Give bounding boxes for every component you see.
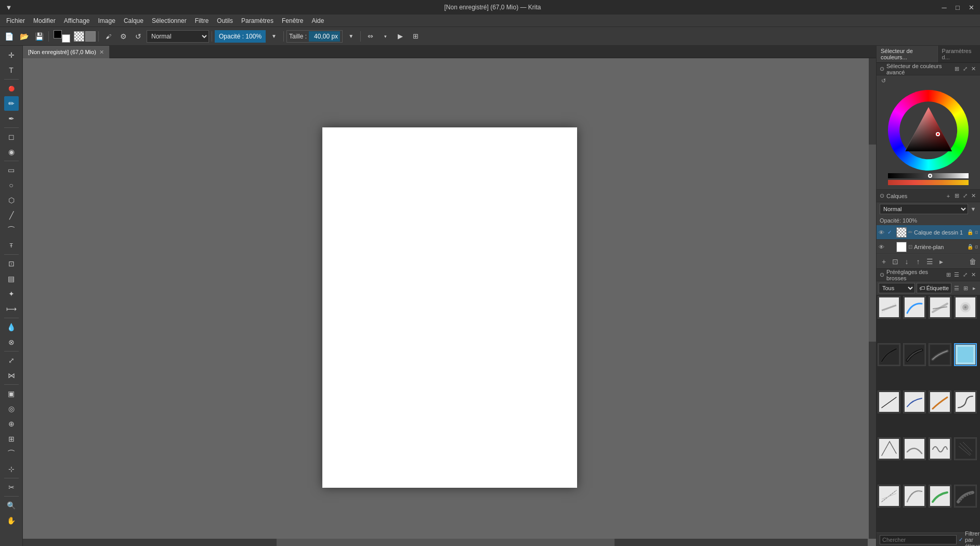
save-file-btn[interactable]: 💾	[32, 30, 46, 43]
brush-item-5[interactable]	[878, 343, 900, 366]
layer-check-icon[interactable]: ✓	[887, 229, 895, 235]
tool-select-ellipse[interactable]: ◎	[4, 401, 19, 416]
brush-item-16[interactable]	[954, 437, 977, 460]
menu-parametres[interactable]: Paramètres	[237, 16, 278, 25]
hue-gradient-bar[interactable]	[888, 180, 969, 185]
brush-item-11[interactable]	[929, 391, 951, 413]
canvas-drawing-area[interactable]	[322, 127, 577, 488]
layer-row-drawing[interactable]: 👁 ✓ ✏ Calque de dessin 1 🔒 α	[877, 225, 980, 240]
tool-select-path[interactable]: ⊹	[4, 462, 19, 476]
menu-filtre[interactable]: Filtre	[191, 16, 213, 25]
layers-blend-mode-select[interactable]: Normal	[880, 204, 968, 214]
brushes-search-input[interactable]	[880, 535, 957, 544]
close-btn[interactable]: ✕	[966, 3, 976, 12]
tool-select-bezier[interactable]: ⁀	[4, 447, 19, 461]
maximize-btn[interactable]: □	[953, 3, 962, 12]
brush-item-6[interactable]	[903, 343, 926, 366]
v-scrollbar[interactable]	[869, 46, 876, 539]
tool-heal[interactable]: ◉	[4, 145, 19, 159]
brush-item-12[interactable]	[954, 391, 977, 413]
menu-affichage[interactable]: Affichage	[60, 16, 94, 25]
tool-deform[interactable]: ⋈	[4, 368, 19, 383]
tool-text2[interactable]: Ŧ	[4, 238, 19, 253]
tab-color-picker[interactable]: Sélecteur de couleurs...	[877, 46, 938, 62]
tool-text[interactable]: T	[4, 63, 19, 77]
layer-eye-icon-bg[interactable]: 👁	[879, 244, 886, 250]
tool-transform[interactable]: ⤢	[4, 353, 19, 368]
brushes-close-btn[interactable]: ✕	[970, 271, 977, 279]
brush-item-7[interactable]	[929, 343, 951, 366]
size-input[interactable]	[309, 31, 340, 42]
brush-item-10[interactable]	[903, 391, 926, 413]
brushes-label-btn[interactable]: 🏷 Étiquette	[917, 283, 951, 293]
brushes-more-btn[interactable]: ▸	[971, 284, 978, 292]
solid-swatch[interactable]	[85, 31, 96, 42]
layers-float-btn[interactable]: ⤢	[961, 192, 969, 200]
tool-zoom[interactable]: 🔍	[4, 498, 19, 513]
opacity-down-btn[interactable]: ▼	[267, 30, 281, 43]
menu-fichier[interactable]: Fichier	[2, 16, 29, 25]
brush-item-9[interactable]	[878, 391, 900, 413]
menu-modifier[interactable]: Modifier	[29, 16, 60, 25]
brush-mode-dropdown[interactable]: Normal Multiplier Écran	[147, 30, 209, 43]
tool-select-color-range[interactable]: ⊞	[4, 432, 19, 446]
brushes-view-btn[interactable]: ☰	[953, 271, 960, 279]
brush-item-15[interactable]	[929, 437, 951, 460]
brushes-float-btn[interactable]: ⤢	[961, 271, 969, 279]
brush-item-18[interactable]	[903, 485, 926, 508]
fg-color-swatch[interactable]	[54, 30, 62, 38]
tool-calligraphy[interactable]: ✒	[4, 111, 19, 126]
tool-freehand-path[interactable]: ⁀	[4, 223, 19, 238]
tool-bezier[interactable]: ╱	[4, 208, 19, 223]
brush-item-2[interactable]	[903, 296, 926, 319]
h-scrollbar[interactable]	[23, 539, 868, 546]
brush-item-17[interactable]	[878, 485, 900, 508]
tool-select-contiguous[interactable]: ⊕	[4, 417, 19, 431]
brush-preset-btn[interactable]: 🖌	[101, 30, 115, 43]
brush-item-13[interactable]	[878, 437, 900, 460]
layer-row-background[interactable]: 👁 ⊡ Arrière-plan 🔒 α	[877, 240, 980, 254]
layers-add-btn[interactable]: +	[945, 192, 952, 200]
tool-rectangle[interactable]: ▭	[4, 163, 19, 177]
layer-name-drawing[interactable]: Calque de dessin 1	[914, 229, 965, 236]
tool-fill[interactable]: ⊡	[4, 256, 19, 271]
brushes-filter-select[interactable]: Tous	[879, 283, 915, 293]
tool-move[interactable]: ✛	[4, 48, 19, 62]
tool-eraser[interactable]: ◻	[4, 129, 19, 144]
tool-ellipse[interactable]: ○	[4, 178, 19, 192]
layer-duplicate-btn[interactable]: ⊡	[890, 256, 900, 267]
value-gradient-bar[interactable]	[888, 173, 969, 178]
v-scroll-thumb[interactable]	[869, 145, 876, 342]
layers-options-btn[interactable]: ⊞	[953, 192, 960, 200]
layer-name-background[interactable]: Arrière-plan	[914, 244, 965, 250]
size-down-btn[interactable]: ▼	[344, 30, 358, 43]
tool-multibrush[interactable]: ✦	[4, 287, 19, 301]
brush-item-20[interactable]	[954, 485, 977, 508]
value-cursor[interactable]	[928, 174, 932, 178]
layers-filter-btn[interactable]: ▼	[970, 205, 977, 213]
mirror-h-dropdown[interactable]: ▾	[378, 30, 392, 43]
bg-color-swatch[interactable]	[62, 34, 70, 43]
doc-tab-close-btn[interactable]: ✕	[99, 49, 104, 56]
layer-eye-icon[interactable]: 👁	[879, 229, 886, 236]
layer-delete-btn[interactable]: 🗑	[968, 256, 978, 267]
color-picker-close-btn[interactable]: ✕	[970, 66, 977, 73]
brush-item-1[interactable]	[878, 296, 900, 319]
window-menu-btn[interactable]: ▼	[4, 3, 14, 12]
mirror-v-btn[interactable]: ▶	[394, 30, 407, 43]
layer-move-up-btn[interactable]: ↑	[913, 256, 923, 267]
menu-aide[interactable]: Aide	[307, 16, 328, 25]
tool-krita[interactable]: 🔴	[4, 81, 19, 96]
color-history-btn[interactable]: ↺	[880, 77, 887, 84]
tool-select-rect[interactable]: ▣	[4, 386, 19, 401]
tool-freehand-brush[interactable]: ✏	[4, 96, 19, 111]
tool-freehand-shape[interactable]: ⬡	[4, 193, 19, 207]
h-scroll-thumb[interactable]	[277, 539, 615, 546]
menu-image[interactable]: Image	[94, 16, 120, 25]
color-wheel[interactable]	[888, 90, 969, 171]
tool-measure[interactable]: ⟼	[4, 302, 19, 316]
menu-outils[interactable]: Outils	[213, 16, 237, 25]
mirror-h-btn[interactable]: ⇔	[363, 30, 377, 43]
brush-item-14[interactable]	[903, 437, 926, 460]
tab-params[interactable]: Paramètres d...	[938, 46, 980, 62]
